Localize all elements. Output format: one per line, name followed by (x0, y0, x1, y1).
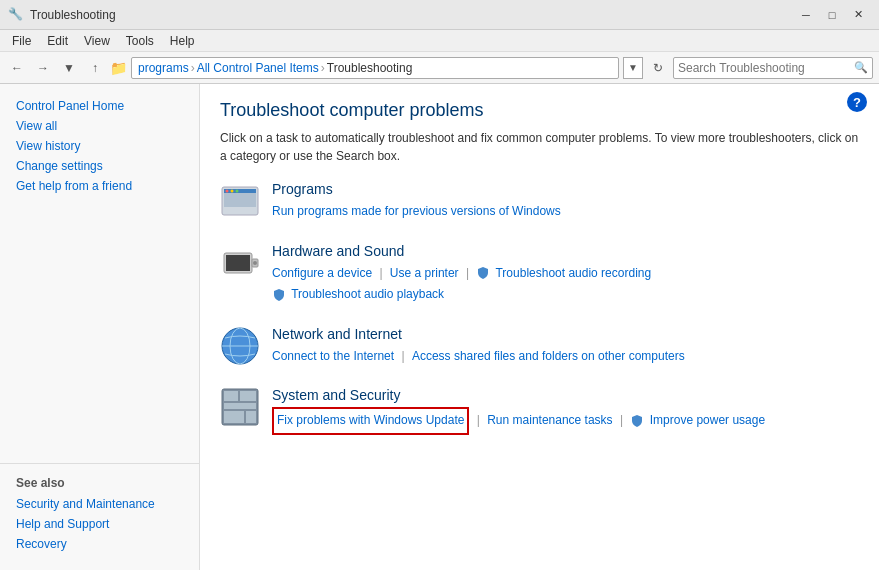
svg-point-5 (236, 190, 239, 193)
hardware-content: Hardware and Sound Configure a device | … (272, 243, 859, 306)
title-bar: 🔧 Troubleshooting ─ □ ✕ (0, 0, 879, 30)
sidebar-item-help-support[interactable]: Help and Support (0, 514, 199, 534)
sidebar-nav: Control Panel Home View all View history… (0, 92, 199, 200)
hardware-links: Configure a device | Use a printer | Tro… (272, 263, 859, 306)
system-links: Fix problems with Windows Update | Run m… (272, 407, 859, 435)
address-dropdown[interactable]: ▼ (623, 57, 643, 79)
sidebar-item-view-all[interactable]: View all (0, 116, 199, 136)
address-bar: ← → ▼ ↑ 📁 programs › All Control Panel I… (0, 52, 879, 84)
link-connect-internet[interactable]: Connect to the Internet (272, 349, 394, 363)
network-icon (220, 326, 260, 366)
link-audio-recording[interactable]: Troubleshoot audio recording (495, 266, 651, 280)
programs-title[interactable]: Programs (272, 181, 859, 197)
address-path[interactable]: programs › All Control Panel Items › Tro… (131, 57, 619, 79)
sidebar-item-recovery[interactable]: Recovery (0, 534, 199, 554)
sidebar-bottom: See also Security and Maintenance Help a… (0, 463, 199, 562)
category-hardware: Hardware and Sound Configure a device | … (220, 243, 859, 306)
programs-icon (220, 181, 260, 221)
search-box[interactable]: 🔍 (673, 57, 873, 79)
link-improve-power[interactable]: Improve power usage (650, 413, 765, 427)
network-title[interactable]: Network and Internet (272, 326, 859, 342)
breadcrumb-current: Troubleshooting (327, 61, 413, 75)
minimize-button[interactable]: ─ (793, 5, 819, 25)
refresh-button[interactable]: ↻ (647, 57, 669, 79)
system-content: System and Security Fix problems with Wi… (272, 387, 859, 435)
link-maintenance-tasks[interactable]: Run maintenance tasks (487, 413, 612, 427)
content-area: ? Troubleshoot computer problems Click o… (200, 84, 879, 570)
main-layout: Control Panel Home View all View history… (0, 84, 879, 570)
svg-rect-7 (226, 255, 250, 271)
menu-bar: File Edit View Tools Help (0, 30, 879, 52)
shield-icon-3 (630, 414, 644, 428)
link-audio-playback[interactable]: Troubleshoot audio playback (291, 287, 444, 301)
menu-view[interactable]: View (76, 32, 118, 50)
page-description: Click on a task to automatically trouble… (220, 129, 859, 165)
programs-content: Programs Run programs made for previous … (272, 181, 859, 223)
search-input[interactable] (678, 61, 854, 75)
hardware-icon (220, 243, 260, 283)
svg-point-4 (231, 190, 234, 193)
system-title[interactable]: System and Security (272, 387, 859, 403)
network-content: Network and Internet Connect to the Inte… (272, 326, 859, 368)
menu-help[interactable]: Help (162, 32, 203, 50)
breadcrumb-control-panel[interactable]: programs (138, 61, 189, 75)
system-icon (220, 387, 260, 427)
sidebar-item-view-history[interactable]: View history (0, 136, 199, 156)
menu-file[interactable]: File (4, 32, 39, 50)
help-button[interactable]: ? (847, 92, 867, 112)
svg-rect-16 (224, 403, 256, 409)
link-run-programs[interactable]: Run programs made for previous versions … (272, 204, 561, 218)
close-button[interactable]: ✕ (845, 5, 871, 25)
window-controls: ─ □ ✕ (793, 5, 871, 25)
sidebar-item-control-panel-home[interactable]: Control Panel Home (0, 96, 199, 116)
network-links: Connect to the Internet | Access shared … (272, 346, 859, 368)
programs-links: Run programs made for previous versions … (272, 201, 859, 223)
sidebar: Control Panel Home View all View history… (0, 84, 200, 570)
sidebar-spacer (0, 200, 199, 459)
link-windows-update[interactable]: Fix problems with Windows Update (272, 407, 469, 435)
category-programs: Programs Run programs made for previous … (220, 181, 859, 223)
svg-point-9 (253, 261, 257, 265)
sidebar-item-change-settings[interactable]: Change settings (0, 156, 199, 176)
page-title: Troubleshoot computer problems (220, 100, 859, 121)
svg-rect-15 (240, 391, 256, 401)
back-button[interactable]: ← (6, 57, 28, 79)
svg-rect-18 (246, 411, 256, 423)
svg-rect-14 (224, 391, 238, 401)
sidebar-item-get-help[interactable]: Get help from a friend (0, 176, 199, 196)
menu-tools[interactable]: Tools (118, 32, 162, 50)
up-button[interactable]: ↑ (84, 57, 106, 79)
forward-button[interactable]: → (32, 57, 54, 79)
link-access-shared[interactable]: Access shared files and folders on other… (412, 349, 685, 363)
shield-icon-1 (476, 266, 490, 280)
maximize-button[interactable]: □ (819, 5, 845, 25)
shield-icon-2 (272, 288, 286, 302)
category-network: Network and Internet Connect to the Inte… (220, 326, 859, 368)
breadcrumb-all-items[interactable]: All Control Panel Items (197, 61, 319, 75)
search-icon: 🔍 (854, 61, 868, 74)
window-icon: 🔧 (8, 7, 24, 23)
link-use-printer[interactable]: Use a printer (390, 266, 459, 280)
menu-edit[interactable]: Edit (39, 32, 76, 50)
svg-rect-17 (224, 411, 244, 423)
path-icon: 📁 (110, 60, 127, 76)
see-also-label: See also (0, 472, 199, 494)
dropdown-button[interactable]: ▼ (58, 57, 80, 79)
category-system: System and Security Fix problems with Wi… (220, 387, 859, 435)
link-configure-device[interactable]: Configure a device (272, 266, 372, 280)
svg-rect-2 (224, 189, 256, 193)
hardware-title[interactable]: Hardware and Sound (272, 243, 859, 259)
window-title: Troubleshooting (30, 8, 793, 22)
svg-point-3 (226, 190, 229, 193)
sidebar-item-security-maintenance[interactable]: Security and Maintenance (0, 494, 199, 514)
